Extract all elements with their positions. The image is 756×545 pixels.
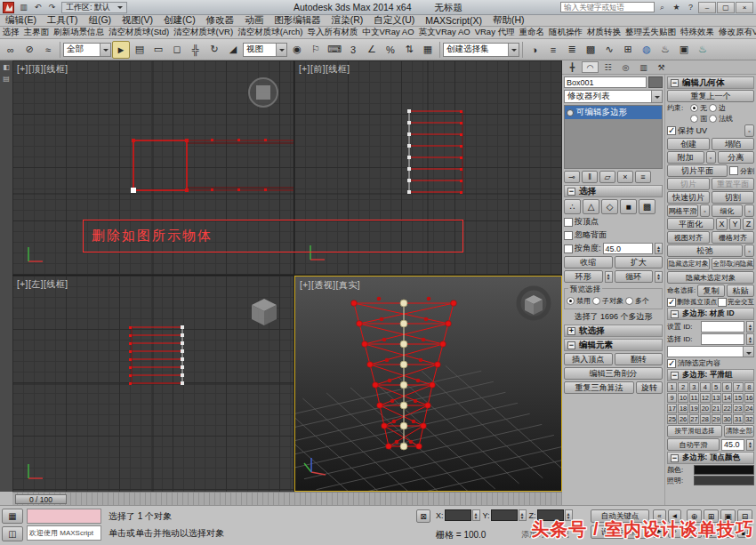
render-production-icon[interactable]: ♨ — [694, 41, 712, 59]
select-and-rotate-icon[interactable]: ↻ — [205, 41, 223, 59]
by-angle-checkbox[interactable] — [564, 244, 573, 253]
selection-filter-select[interactable]: 全部 — [63, 43, 111, 57]
quickslice-button[interactable]: 快速切片 — [667, 191, 710, 204]
tab-motion[interactable]: ◎ — [617, 61, 634, 73]
viewport-perspective-label[interactable]: [+][透视][真实] — [300, 279, 360, 292]
grid-align-button[interactable]: 栅格对齐 — [712, 231, 754, 244]
smoothing-group-button[interactable]: 23 — [733, 404, 743, 413]
use-pivot-point-icon[interactable]: ◉ — [288, 41, 306, 59]
smoothing-group-button[interactable]: 13 — [712, 393, 721, 403]
menu-item[interactable]: 自定义(U) — [368, 15, 420, 26]
planar-y-button[interactable]: Y — [729, 218, 741, 230]
menu-item[interactable]: 渲染(R) — [326, 15, 369, 26]
shrink-button[interactable]: 收缩 — [564, 256, 613, 268]
close-button[interactable]: × — [736, 2, 753, 13]
favorites-star-icon[interactable]: ★ — [670, 2, 683, 13]
coordinate-field[interactable] — [537, 509, 564, 521]
menu-item[interactable]: 清空材质球(Arch) — [236, 27, 305, 38]
smoothing-group-button[interactable]: 5 — [712, 382, 721, 392]
pin-stack-icon[interactable]: ⊸ — [564, 171, 580, 183]
menu-item[interactable]: 清空材质球(VR) — [172, 27, 236, 38]
grow-button[interactable]: 扩大 — [615, 256, 664, 268]
smoothing-group-button[interactable]: 25 — [667, 414, 677, 424]
illumination-color-swatch[interactable] — [694, 476, 754, 485]
flip-button[interactable]: 翻转 — [615, 353, 664, 365]
go-to-start-icon[interactable]: « — [653, 509, 666, 523]
menu-item[interactable]: 动画 — [239, 15, 269, 26]
clear-all-button[interactable]: 清除全部 — [724, 425, 754, 437]
play-icon[interactable]: ► — [653, 525, 666, 538]
smoothing-group-button[interactable]: 29 — [712, 414, 721, 424]
fov-icon[interactable]: ∠ — [687, 525, 702, 538]
menu-item[interactable]: MAXScript(X) — [420, 15, 487, 26]
select-id-field[interactable] — [701, 333, 744, 345]
hide-selected-button[interactable]: 隐藏选定对象 — [667, 258, 710, 270]
smoothing-group-button[interactable]: 4 — [700, 382, 710, 392]
workspace-select[interactable]: 工作区: 默认 — [61, 2, 127, 13]
align-icon[interactable]: ≡ — [544, 41, 562, 59]
clear-selection-checkbox[interactable] — [667, 359, 676, 368]
view-align-button[interactable]: 视图对齐 — [667, 231, 710, 244]
menu-item[interactable]: 帮助(H) — [487, 15, 530, 26]
reset-plane-button[interactable]: 重置平面 — [712, 178, 754, 190]
go-to-end-icon[interactable]: » — [668, 525, 681, 538]
planar-z-button[interactable]: Z — [743, 218, 754, 230]
paste-named-selection-button[interactable]: 粘贴 — [727, 285, 754, 297]
undo-icon[interactable]: ↶ — [31, 2, 44, 13]
orbit-icon[interactable]: ↻ — [720, 525, 736, 538]
planar-x-button[interactable]: X — [716, 218, 728, 230]
coordinate-field[interactable] — [445, 509, 471, 521]
modifier-list-select[interactable]: 修改器列表 — [564, 90, 663, 103]
smoothing-group-button[interactable]: 3 — [689, 382, 699, 392]
auto-smooth-field[interactable]: 45.0 — [721, 439, 744, 451]
smoothing-group-button[interactable]: 18 — [678, 404, 688, 413]
repeat-last-button[interactable]: 重复上一个 — [667, 90, 754, 102]
viewport-left-label[interactable]: [+][左][线框] — [17, 278, 68, 291]
ring-button[interactable]: 环形 — [564, 270, 603, 283]
slice-button[interactable]: 切片 — [667, 178, 710, 190]
smoothing-group-button[interactable]: 32 — [744, 414, 754, 424]
border-mode-icon[interactable]: ◇ — [601, 199, 618, 214]
modifier-stack[interactable]: 可编辑多边形 — [564, 105, 663, 169]
slice-plane-button[interactable]: 切片平面 — [667, 164, 728, 177]
smoothing-group-button[interactable]: 2 — [678, 382, 688, 392]
redo-icon[interactable]: ↷ — [45, 2, 59, 13]
create-button[interactable]: 创建 — [667, 138, 710, 150]
msmooth-settings-button[interactable] — [700, 204, 710, 217]
menu-item[interactable]: VRay 代理 — [472, 27, 517, 38]
menu-item[interactable]: 英文VRay AO — [416, 27, 472, 38]
select-id-spinner[interactable] — [746, 333, 754, 345]
smoothing-group-button[interactable]: 30 — [722, 414, 732, 424]
copy-named-selection-button[interactable]: 复制 — [697, 285, 725, 297]
menu-item[interactable]: 清空材质球(Std) — [107, 27, 172, 38]
attach-button[interactable]: 附加 — [667, 151, 704, 164]
edge-mode-icon[interactable]: △ — [583, 199, 599, 214]
angle-field[interactable]: 45.0 — [603, 243, 653, 254]
viewport-top-label[interactable]: [+][顶][线框] — [17, 63, 68, 76]
msmooth-button[interactable]: 网格平滑 — [667, 204, 698, 217]
mirror-icon[interactable]: ◑ — [526, 41, 543, 59]
tab-utilities[interactable]: ⚒ — [653, 61, 670, 73]
help-icon[interactable]: ? — [684, 2, 697, 13]
rollout-smoothing-groups[interactable]: 多边形: 平滑组 — [667, 369, 754, 381]
rollout-edit-elements[interactable]: 编辑元素 — [564, 339, 663, 351]
hide-unselected-button[interactable]: 隐藏未选定对象 — [667, 271, 754, 284]
loop-spinner[interactable] — [655, 271, 663, 283]
coordinate-spinner[interactable] — [565, 509, 573, 521]
smoothing-group-button[interactable]: 27 — [689, 414, 699, 424]
time-tag-label[interactable]: 添加时间标记 — [521, 529, 569, 541]
relax-button[interactable]: 松弛 — [667, 244, 743, 257]
select-and-manipulate-icon[interactable]: ⚐ — [307, 41, 325, 59]
rectangular-selection-region-icon[interactable]: ▭ — [149, 41, 167, 59]
time-slider[interactable]: 0 / 100 — [12, 492, 562, 505]
menu-item[interactable]: 整理丢失贴图 — [623, 27, 679, 38]
rotate-button[interactable]: 旋转 — [636, 381, 663, 394]
menu-item[interactable]: 图形编辑器 — [269, 15, 326, 26]
set-id-field[interactable] — [701, 321, 744, 333]
by-vertex-checkbox[interactable] — [564, 218, 573, 227]
spinner-snap-icon[interactable]: ⇅ — [400, 41, 418, 59]
zoom-all-icon[interactable]: ⊞ — [704, 509, 719, 523]
material-editor-icon[interactable]: ◍ — [638, 41, 655, 59]
smoothing-group-button[interactable]: 14 — [722, 393, 732, 403]
polygon-mode-icon[interactable]: ■ — [620, 199, 637, 214]
